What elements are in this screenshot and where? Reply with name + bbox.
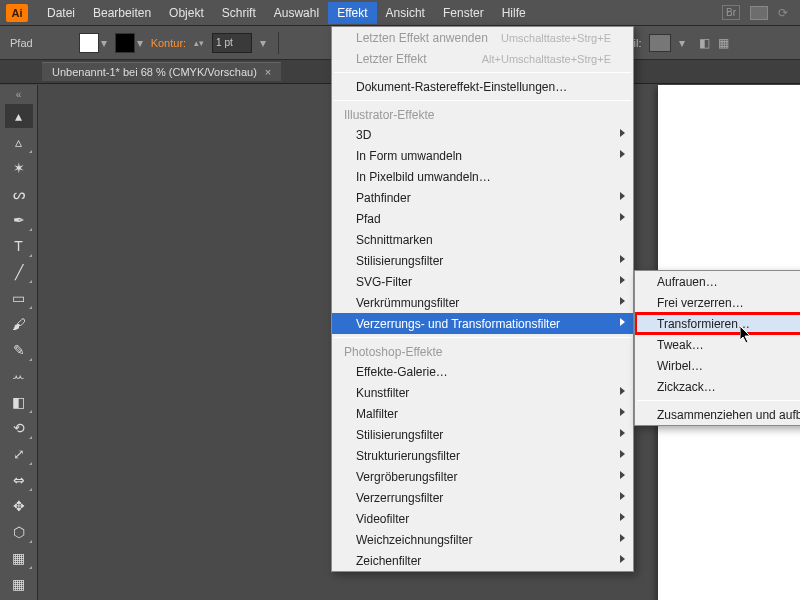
menu-item[interactable]: Zeichenfilter [332,550,633,571]
eraser-tool[interactable]: ◧ [5,390,33,414]
submenu-item[interactable]: Zusammenziehen und aufblasen… [635,404,800,425]
mesh-tool[interactable]: ▦ [5,572,33,596]
toolbox: « ▴ ▵ ✶ ᔕ ✒ T ╱ ▭ 🖌 ✎ ꕀ ◧ ⟲ ⤢ ⇔ ✥ ⬡ ▦ ▦ … [0,85,38,600]
lasso-tool[interactable]: ᔕ [5,182,33,206]
menu-item[interactable]: Effekte-Galerie… [332,361,633,382]
menu-item[interactable]: Verzerrungs- und Transformationsfilter [332,313,633,334]
submenu-arrow-icon [620,213,625,221]
distort-transform-submenu: Aufrauen…Frei verzerren…Transformieren…T… [634,270,800,426]
stroke-swatch[interactable] [115,33,135,53]
shape-label: Pfad [10,37,33,49]
menu-item[interactable]: Weichzeichnungsfilter [332,529,633,550]
rectangle-tool[interactable]: ▭ [5,286,33,310]
style-swatch[interactable] [649,34,671,52]
line-tool[interactable]: ╱ [5,260,33,284]
menu-item[interactable]: Pfad [332,208,633,229]
width-tool[interactable]: ⇔ [5,468,33,492]
pencil-tool[interactable]: ✎ [5,338,33,362]
magic-wand-tool[interactable]: ✶ [5,156,33,180]
menu-schrift[interactable]: Schrift [213,2,265,24]
menu-item[interactable]: SVG-Filter [332,271,633,292]
menu-datei[interactable]: Datei [38,2,84,24]
fill-swatch[interactable] [79,33,99,53]
menu-header-photoshop: Photoshop-Effekte [332,341,633,361]
menu-auswahl[interactable]: Auswahl [265,2,328,24]
scale-tool[interactable]: ⤢ [5,442,33,466]
submenu-arrow-icon [620,534,625,542]
menu-separator [637,400,800,401]
submenu-arrow-icon [620,471,625,479]
submenu-arrow-icon [620,450,625,458]
submenu-item[interactable]: Transformieren… [635,313,800,334]
align-icon[interactable]: ▦ [718,36,729,50]
submenu-arrow-icon [620,555,625,563]
menu-bearbeiten[interactable]: Bearbeiten [84,2,160,24]
menu-hilfe[interactable]: Hilfe [493,2,535,24]
submenu-item[interactable]: Wirbel… [635,355,800,376]
free-transform-tool[interactable]: ✥ [5,494,33,518]
menu-item[interactable]: 3D [332,124,633,145]
menu-fenster[interactable]: Fenster [434,2,493,24]
menu-effekt[interactable]: Effekt [328,2,376,24]
type-tool[interactable]: T [5,234,33,258]
arrange-icon[interactable] [750,6,768,20]
menu-item[interactable]: Stilisierungsfilter [332,424,633,445]
menu-item[interactable]: Vergröberungsfilter [332,466,633,487]
document-tab-title: Unbenannt-1* bei 68 % (CMYK/Vorschau) [52,66,257,78]
menu-apply-last-effect: Letzten Effekt anwendenUmschalttaste+Str… [332,27,633,48]
paintbrush-tool[interactable]: 🖌 [5,312,33,336]
toolbox-collapse-icon[interactable]: « [16,89,22,102]
menu-ansicht[interactable]: Ansicht [377,2,434,24]
menu-separator [334,72,631,73]
shape-builder-tool[interactable]: ⬡ [5,520,33,544]
menu-item[interactable]: Strukturierungsfilter [332,445,633,466]
effect-menu-dropdown: Letzten Effekt anwendenUmschalttaste+Str… [331,26,634,572]
menu-item[interactable]: Videofilter [332,508,633,529]
blob-brush-tool[interactable]: ꕀ [5,364,33,388]
perspective-tool[interactable]: ▦ [5,546,33,570]
close-tab-icon[interactable]: × [265,66,271,78]
menu-item[interactable]: Verzerrungsfilter [332,487,633,508]
menu-objekt[interactable]: Objekt [160,2,213,24]
submenu-arrow-icon [620,408,625,416]
submenu-arrow-icon [620,192,625,200]
app-logo: Ai [6,4,28,22]
submenu-arrow-icon [620,318,625,326]
submenu-arrow-icon [620,150,625,158]
pen-tool[interactable]: ✒ [5,208,33,232]
menu-item[interactable]: Malfilter [332,403,633,424]
selection-tool[interactable]: ▴ [5,104,33,128]
menu-header-illustrator: Illustrator-Effekte [332,104,633,124]
menu-doc-raster-settings[interactable]: Dokument-Rastereffekt-Einstellungen… [332,76,633,97]
document-tab[interactable]: Unbenannt-1* bei 68 % (CMYK/Vorschau) × [42,62,281,81]
menu-last-effect: Letzter EffektAlt+Umschalttaste+Strg+E [332,48,633,69]
menu-item[interactable]: Stilisierungsfilter [332,250,633,271]
submenu-arrow-icon [620,255,625,263]
menu-item[interactable]: In Pixelbild umwandeln… [332,166,633,187]
menu-separator [334,100,631,101]
submenu-item[interactable]: Tweak… [635,334,800,355]
menu-item[interactable]: Pathfinder [332,187,633,208]
menu-item[interactable]: In Form umwandeln [332,145,633,166]
submenu-arrow-icon [620,297,625,305]
rotate-tool[interactable]: ⟲ [5,416,33,440]
stroke-width-field[interactable]: 1 pt [212,33,252,53]
submenu-arrow-icon [620,492,625,500]
direct-selection-tool[interactable]: ▵ [5,130,33,154]
sync-icon[interactable]: ⟳ [778,6,788,20]
bridge-icon[interactable]: Br [722,5,740,20]
submenu-arrow-icon [620,513,625,521]
submenu-arrow-icon [620,129,625,137]
menubar: Ai Datei Bearbeiten Objekt Schrift Auswa… [0,0,800,26]
submenu-item[interactable]: Frei verzerren… [635,292,800,313]
mouse-cursor-icon [740,326,754,344]
menu-separator [334,337,631,338]
menu-item[interactable]: Schnittmarken [332,229,633,250]
menu-item[interactable]: Kunstfilter [332,382,633,403]
doc-setup-icon[interactable]: ◧ [699,36,710,50]
submenu-item[interactable]: Aufrauen… [635,271,800,292]
submenu-item[interactable]: Zickzack… [635,376,800,397]
menu-item[interactable]: Verkrümmungsfilter [332,292,633,313]
submenu-arrow-icon [620,429,625,437]
kontur-label: Kontur: [151,37,186,49]
